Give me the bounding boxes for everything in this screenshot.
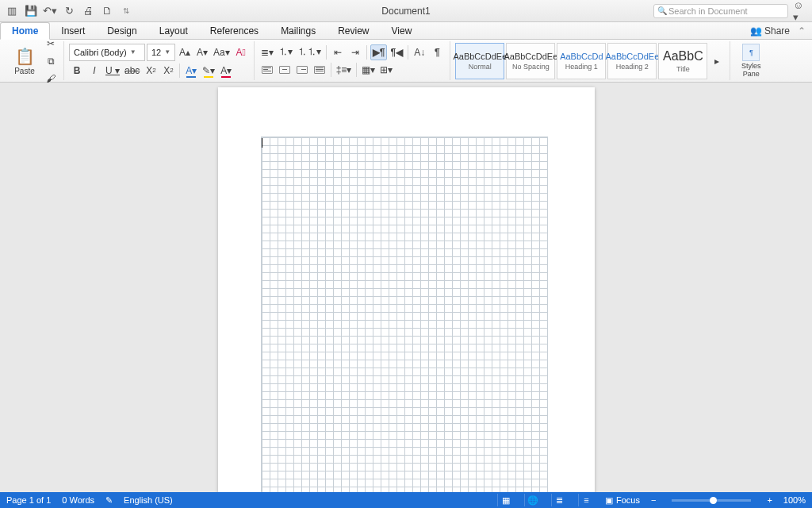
- document-canvas[interactable]: [0, 83, 812, 492]
- status-bar: Page 1 of 1 0 Words ✎ English (US) ▦ 🌐 ≣…: [0, 492, 812, 508]
- search-input[interactable]: 🔍 Search in Document: [653, 4, 788, 18]
- styles-more-icon[interactable]: ▸: [709, 43, 725, 79]
- language-indicator[interactable]: English (US): [124, 495, 173, 505]
- tab-mailings[interactable]: Mailings: [270, 22, 327, 39]
- font-name-select[interactable]: Calibri (Body)▼: [69, 44, 145, 61]
- multilevel-list-icon[interactable]: ⒈⒈▾: [296, 44, 323, 60]
- word-count[interactable]: 0 Words: [62, 495, 94, 505]
- zoom-slider[interactable]: [672, 499, 751, 502]
- style-heading-1[interactable]: AaBbCcDdHeading 1: [557, 43, 606, 79]
- text-cursor: [262, 138, 262, 148]
- strikethrough-button[interactable]: abc: [123, 63, 141, 79]
- rtl-direction-icon[interactable]: ¶◀: [389, 44, 404, 60]
- text-effects-icon[interactable]: A▾: [183, 63, 199, 79]
- align-right-icon[interactable]: [294, 62, 310, 78]
- increase-indent-icon[interactable]: ⇥: [347, 44, 363, 60]
- redo-icon[interactable]: ↻: [62, 4, 76, 18]
- share-button[interactable]: 👥 Share: [750, 25, 790, 37]
- sort-icon[interactable]: A↓: [412, 44, 427, 60]
- tab-layout[interactable]: Layout: [148, 22, 199, 39]
- change-case-icon[interactable]: Aa▾: [212, 44, 232, 60]
- shading-icon[interactable]: ▦▾: [360, 62, 377, 78]
- new-doc-icon[interactable]: 🗋: [100, 4, 114, 18]
- style-heading-2[interactable]: AaBbCcDdEeHeading 2: [607, 43, 657, 79]
- zoom-thumb[interactable]: [710, 497, 717, 504]
- superscript-button[interactable]: X2: [160, 63, 176, 79]
- tab-design[interactable]: Design: [96, 22, 147, 39]
- align-center-icon[interactable]: [277, 62, 293, 78]
- spellcheck-icon[interactable]: ✎: [105, 495, 113, 506]
- tab-view[interactable]: View: [381, 22, 423, 39]
- justify-icon[interactable]: [312, 62, 327, 78]
- highlight-color-icon[interactable]: ✎▾: [201, 63, 216, 79]
- clear-formatting-icon[interactable]: A⃠: [233, 44, 249, 60]
- document-page[interactable]: [218, 87, 595, 492]
- sidebar-toggle-icon[interactable]: ▥: [5, 4, 19, 18]
- ribbon-home: 📋 Paste ✂ ⧉ 🖌 Calibri (Body)▼ 12▼ A▴ A▾ …: [0, 40, 812, 83]
- line-spacing-icon[interactable]: ‡≡▾: [335, 62, 354, 78]
- tab-references[interactable]: References: [199, 22, 270, 39]
- focus-mode-button[interactable]: ▣ Focus: [605, 495, 640, 506]
- borders-icon[interactable]: ⊞▾: [378, 62, 394, 78]
- grow-font-icon[interactable]: A▴: [177, 44, 193, 60]
- bold-button[interactable]: B: [69, 63, 85, 79]
- style-title[interactable]: AaBbCTitle: [658, 43, 707, 79]
- style-no-spacing[interactable]: AaBbCcDdEeNo Spacing: [506, 43, 555, 79]
- view-draft-icon[interactable]: ≡: [578, 494, 594, 506]
- decrease-indent-icon[interactable]: ⇤: [330, 44, 346, 60]
- zoom-out-button[interactable]: −: [651, 495, 656, 505]
- view-print-icon[interactable]: ▦: [497, 494, 513, 506]
- save-icon[interactable]: 💾: [24, 4, 38, 18]
- print-icon[interactable]: 🖨: [81, 4, 95, 18]
- align-left-icon[interactable]: [259, 62, 275, 78]
- qat-more-icon[interactable]: ⇅: [119, 4, 133, 18]
- undo-icon[interactable]: ↶▾: [43, 4, 57, 18]
- page-indicator[interactable]: Page 1 of 1: [6, 495, 51, 505]
- view-web-icon[interactable]: 🌐: [524, 494, 540, 506]
- page-gridlines: [261, 137, 548, 492]
- subscript-button[interactable]: X2: [143, 63, 159, 79]
- italic-button[interactable]: I: [86, 63, 102, 79]
- tab-review[interactable]: Review: [327, 22, 380, 39]
- styles-pane-icon: ¶: [742, 44, 760, 61]
- ribbon-tabs: Home Insert Design Layout References Mai…: [0, 22, 812, 40]
- title-bar: ▥ 💾 ↶▾ ↻ 🖨 🗋 ⇅ Document1 🔍 Search in Doc…: [0, 0, 812, 22]
- account-smiley-icon[interactable]: ☺▾: [793, 4, 807, 18]
- bullet-list-icon[interactable]: ≣▾: [259, 44, 275, 60]
- zoom-in-button[interactable]: +: [767, 495, 772, 505]
- view-outline-icon[interactable]: ≣: [551, 494, 567, 506]
- zoom-level[interactable]: 100%: [783, 495, 806, 505]
- font-color-icon[interactable]: A▾: [218, 63, 234, 79]
- styles-pane-button[interactable]: ¶ Styles Pane: [735, 44, 767, 78]
- collapse-ribbon-icon[interactable]: ⌃: [798, 25, 806, 37]
- show-marks-icon[interactable]: ¶: [429, 44, 445, 60]
- font-size-select[interactable]: 12▼: [147, 44, 175, 61]
- number-list-icon[interactable]: ⒈▾: [277, 44, 294, 60]
- clipboard-icon: 📋: [15, 47, 35, 66]
- search-placeholder: Search in Document: [668, 6, 748, 16]
- cut-icon[interactable]: ✂: [43, 36, 59, 52]
- search-icon: 🔍: [657, 6, 667, 15]
- underline-button[interactable]: U ▾: [104, 63, 121, 79]
- ltr-direction-icon[interactable]: ▶¶: [370, 44, 388, 60]
- paste-button[interactable]: 📋 Paste: [10, 47, 40, 75]
- copy-icon[interactable]: ⧉: [43, 53, 59, 69]
- quick-access-toolbar: ▥ 💾 ↶▾ ↻ 🖨 🗋 ⇅: [0, 4, 133, 18]
- shrink-font-icon[interactable]: A▾: [194, 44, 210, 60]
- style-normal[interactable]: AaBbCcDdEeNormal: [455, 43, 504, 79]
